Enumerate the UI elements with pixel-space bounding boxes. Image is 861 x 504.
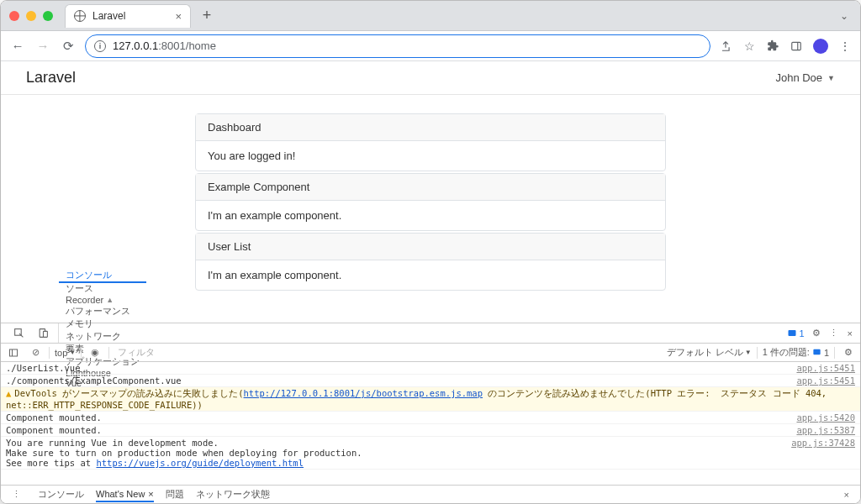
drawer-tab-1[interactable]: What's New×: [96, 488, 154, 502]
console-message: Component mounted.: [6, 412, 788, 423]
console-link[interactable]: https://vuejs.org/guide/deployment.html: [96, 458, 304, 468]
chevron-down-icon: ▼: [827, 74, 835, 82]
clear-console-icon[interactable]: ⊘: [28, 347, 44, 358]
console-source-link[interactable]: app.js:5420: [788, 412, 855, 423]
issues-label: 1 件の問題:: [763, 346, 810, 359]
back-button[interactable]: ←: [9, 39, 26, 53]
console-message: ▲DevTools がソースマップの読み込みに失敗しました(http://127…: [6, 388, 855, 410]
brand[interactable]: Laravel: [26, 69, 76, 87]
close-tab-icon[interactable]: ×: [175, 10, 182, 23]
devtools-drawer: ⋮ コンソールWhat's New×問題ネットワーク状態 ×: [1, 485, 860, 503]
drawer-close-icon[interactable]: ×: [840, 490, 853, 500]
warning-icon: ▲: [6, 388, 11, 398]
devtools: コンソールソースRecorder▲パフォーマンスメモリネットワーク要素アプリケー…: [1, 323, 860, 503]
devtools-tab-recorder[interactable]: Recorder▲: [59, 295, 146, 305]
devtools-menu-icon[interactable]: ⋮: [825, 328, 843, 339]
console-message: ./components/ExampleComponent.vue: [6, 375, 788, 386]
console-filter-bar: ⊘ top ▼ ◉ フィルタ デフォルト レベル ▼ 1 件の問題: 1 ⚙: [1, 344, 860, 362]
issues-indicator[interactable]: 1 件の問題: 1: [763, 346, 829, 359]
error-badge[interactable]: 1: [784, 328, 807, 339]
console-source-link[interactable]: app.js:5451: [788, 363, 855, 373]
svg-rect-8: [813, 349, 820, 354]
devtools-tab-ソース[interactable]: ソース: [59, 282, 146, 295]
context-label: top: [55, 348, 67, 358]
console-message: ./UserList.vue: [6, 363, 788, 373]
browser-tab[interactable]: Laravel ×: [65, 4, 191, 28]
console-source-link[interactable]: app.js:5451: [788, 375, 855, 386]
app-navbar: Laravel John Doe ▼: [1, 61, 860, 95]
toolbar-right: ☆ ⋮: [719, 39, 852, 54]
issues-count: 1: [824, 348, 829, 358]
menu-icon[interactable]: ⋮: [838, 39, 852, 53]
card-user-list: User List I'm an example component.: [195, 233, 666, 291]
svg-rect-0: [792, 42, 801, 50]
forward-button[interactable]: →: [34, 39, 51, 53]
minimize-window-button[interactable]: [26, 11, 36, 21]
devtools-tab-パフォーマンス[interactable]: パフォーマンス: [59, 305, 146, 318]
devtools-tab-メモリ[interactable]: メモリ: [59, 318, 146, 330]
device-toggle-icon[interactable]: [34, 328, 53, 339]
console-source-link[interactable]: app.js:37428: [783, 438, 855, 468]
console-message: You are running Vue in development mode.…: [6, 438, 783, 468]
devtools-close-icon[interactable]: ×: [843, 328, 857, 339]
drawer-menu-icon[interactable]: ⋮: [8, 489, 26, 500]
drawer-tab-close-icon[interactable]: ×: [148, 489, 153, 499]
reload-button[interactable]: ⟳: [60, 39, 77, 54]
console-settings-icon[interactable]: ⚙: [840, 347, 857, 358]
url-text: 127.0.0.1:8001/home: [113, 39, 701, 52]
console-row: You are running Vue in development mode.…: [1, 437, 860, 470]
console-sidebar-toggle[interactable]: [4, 348, 23, 358]
devtools-tab-コンソール[interactable]: コンソール: [59, 269, 146, 283]
user-name: John Doe: [775, 71, 822, 84]
user-dropdown[interactable]: John Doe ▼: [775, 71, 835, 84]
card-header: Example Component: [196, 174, 665, 201]
site-info-icon[interactable]: i: [94, 40, 106, 52]
console-output[interactable]: ./UserList.vueapp.js:5451./components/Ex…: [1, 362, 860, 485]
content-container: Dashboard You are logged in! Example Com…: [195, 113, 666, 291]
console-link[interactable]: http://127.0.0.1:8001/js/bootstrap.esm.j…: [244, 388, 483, 398]
context-selector[interactable]: top ▼: [55, 348, 76, 358]
devtools-tabbar: コンソールソースRecorder▲パフォーマンスメモリネットワーク要素アプリケー…: [1, 323, 860, 344]
console-message: Component mounted.: [6, 425, 788, 435]
devtools-settings-icon[interactable]: ⚙: [808, 328, 825, 339]
side-panel-icon[interactable]: [790, 39, 803, 53]
tab-title: Laravel: [92, 10, 168, 22]
drawer-tab-0[interactable]: コンソール: [38, 488, 84, 501]
toolbar: ← → ⟳ i 127.0.0.1:8001/home ☆ ⋮: [1, 31, 860, 61]
beta-icon: ▲: [106, 296, 114, 304]
console-row: Component mounted.app.js:5387: [1, 424, 860, 437]
share-icon[interactable]: [719, 39, 732, 53]
svg-rect-6: [10, 349, 18, 356]
close-window-button[interactable]: [9, 11, 19, 21]
profile-avatar[interactable]: [813, 39, 828, 54]
url-path: /home: [186, 39, 216, 52]
console-source-link[interactable]: app.js:5387: [788, 425, 855, 435]
url-port: :8001: [158, 39, 186, 52]
card-header: Dashboard: [196, 114, 665, 141]
live-expression-icon[interactable]: ◉: [87, 347, 103, 358]
star-icon[interactable]: ☆: [742, 39, 756, 53]
filter-input[interactable]: フィルタ: [114, 346, 661, 359]
console-row: ▲DevTools がソースマップの読み込みに失敗しました(http://127…: [1, 387, 860, 412]
traffic-lights: [9, 11, 53, 21]
error-count: 1: [799, 328, 804, 339]
card-body: I'm an example component.: [196, 260, 665, 290]
devtools-tab-ネットワーク[interactable]: ネットワーク: [59, 330, 146, 343]
drawer-tab-2[interactable]: 問題: [166, 488, 184, 501]
svg-rect-5: [789, 330, 796, 336]
console-row: Component mounted.app.js:5420: [1, 412, 860, 424]
url-host: 127.0.0.1: [113, 39, 158, 52]
inspect-icon[interactable]: [9, 328, 29, 339]
tab-overflow-button[interactable]: ⌄: [837, 7, 852, 25]
drawer-tab-3[interactable]: ネットワーク状態: [196, 488, 270, 501]
log-level-selector[interactable]: デフォルト レベル ▼: [667, 346, 752, 359]
browser-window: Laravel × + ⌄ ← → ⟳ i 127.0.0.1:8001/hom…: [0, 0, 861, 504]
svg-rect-4: [44, 331, 48, 337]
card-header: User List: [196, 234, 665, 260]
extensions-icon[interactable]: [766, 39, 779, 53]
card-example-component: Example Component I'm an example compone…: [195, 173, 666, 231]
card-body: I'm an example component.: [196, 201, 665, 230]
new-tab-button[interactable]: +: [198, 7, 216, 25]
address-bar[interactable]: i 127.0.0.1:8001/home: [85, 34, 710, 58]
fullscreen-window-button[interactable]: [43, 11, 53, 21]
